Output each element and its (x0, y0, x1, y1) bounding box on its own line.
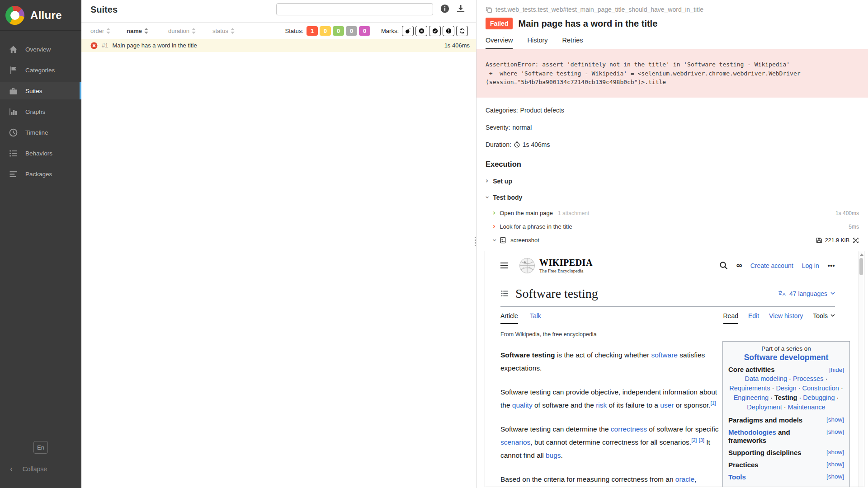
show-link[interactable]: [show] (826, 473, 844, 481)
chevron-down-icon (830, 314, 835, 317)
screenshot-attachment[interactable]: WIKIPEDIA The Free Encyclopedia ∞ Create… (485, 251, 864, 487)
sidebar-item-categories[interactable]: Categories (0, 61, 81, 79)
mark-filter-broken-button[interactable] (443, 26, 454, 36)
sidebar-item-label: Graphs (25, 108, 45, 115)
flag-icon (9, 66, 18, 75)
test-row[interactable]: #1 Main page has a word in the title 1s … (81, 39, 476, 52)
sidebar-item-packages[interactable]: Packages (0, 165, 81, 183)
mark-filter-passed-button[interactable] (429, 26, 441, 36)
tools-menu[interactable]: Tools (813, 312, 835, 319)
categories-value[interactable]: Product defects (520, 107, 564, 114)
wiki-scrollbar[interactable] (858, 251, 864, 487)
mark-filter-retry-button[interactable] (456, 26, 468, 36)
column-name[interactable]: name (127, 28, 168, 34)
tab-read[interactable]: Read (723, 312, 738, 324)
mark-filter-failed-button[interactable] (415, 26, 427, 36)
sidebar-item-overview[interactable]: Overview (0, 41, 81, 58)
resize-handle[interactable] (475, 237, 476, 246)
tab-talk[interactable]: Talk (530, 312, 541, 323)
detail-tabs: Overview History Retries (486, 37, 859, 49)
briefcase-icon (9, 87, 18, 95)
step-name: Look for a phrase in the title (500, 223, 572, 230)
duration-label: Duration: (486, 141, 511, 148)
test-detail-panel: test.web_tests.test_web#test_main_page_t… (476, 0, 868, 488)
status-filter-broken[interactable]: 0 (320, 26, 331, 36)
chevron-right-icon: › (493, 210, 495, 216)
status-filter-passed[interactable]: 0 (333, 26, 344, 36)
duration-value: 1s 406ms (523, 141, 550, 148)
attachment-row-screenshot[interactable]: › screenshot 221.9 KiB (493, 234, 859, 247)
collapse-button[interactable]: ‹ Collapse (10, 465, 47, 474)
sidebar-item-label: Behaviors (25, 150, 52, 157)
column-order[interactable]: order (90, 28, 127, 34)
create-account-link[interactable]: Create account (750, 262, 793, 269)
error-message[interactable]: AssertionError: assert 'definitely not i… (476, 49, 868, 98)
wiki-paragraph: Software testing can determine the corre… (500, 422, 723, 462)
wikipedia-logo[interactable]: WIKIPEDIA The Free Encyclopedia (519, 258, 593, 274)
sidebar-item-timeline[interactable]: Timeline (0, 124, 81, 141)
show-link[interactable]: [show] (826, 461, 844, 469)
series-title-link[interactable]: Software development (728, 353, 844, 362)
scrollbar-thumb[interactable] (859, 258, 863, 275)
step-look-for-phrase[interactable]: › Look for a phrase in the title 5ms (493, 220, 859, 234)
step-duration: 1s 400ms (835, 210, 859, 216)
bar-chart-icon (9, 108, 18, 116)
suites-header: Suites (81, 0, 476, 22)
sidebar-item-suites[interactable]: Suites (0, 82, 81, 99)
tab-article[interactable]: Article (500, 312, 518, 324)
step-name: Open the main page (500, 210, 553, 216)
contents-icon[interactable] (500, 290, 509, 297)
show-link[interactable]: [show] (826, 416, 844, 424)
hide-link[interactable]: [hide] (829, 366, 844, 373)
testbody-toggle[interactable]: › Test body (486, 194, 859, 201)
tab-retries[interactable]: Retries (562, 37, 583, 49)
breadcrumb[interactable]: test.web_tests.test_web#test_main_page_t… (486, 6, 859, 13)
column-duration[interactable]: duration (168, 28, 212, 34)
show-link[interactable]: [show] (826, 428, 844, 445)
donate-icon[interactable]: ∞ (736, 261, 742, 270)
status-filter-skipped[interactable]: 0 (346, 26, 357, 36)
column-status[interactable]: status (212, 28, 247, 34)
testbody-label: Test body (493, 194, 522, 201)
expand-icon[interactable] (853, 237, 859, 244)
show-link[interactable]: [show] (826, 449, 844, 457)
search-icon[interactable] (719, 261, 728, 270)
wikipedia-wordmark-block: WIKIPEDIA The Free Encyclopedia (539, 258, 593, 273)
bomb-icon (405, 28, 411, 34)
mark-filter-bomb-button[interactable] (402, 26, 414, 36)
save-icon (816, 237, 822, 243)
tab-overview[interactable]: Overview (486, 37, 513, 49)
series-row: Methodologies and frameworks[show] (728, 428, 844, 445)
wiki-header-actions: ∞ Create account Log in ••• (719, 261, 835, 270)
sync-icon (459, 28, 465, 34)
series-infobox: Part of a series on Software development… (722, 341, 850, 487)
sidebar-item-graphs[interactable]: Graphs (0, 103, 81, 120)
tab-edit[interactable]: Edit (748, 312, 759, 323)
languages-selector[interactable]: A 47 languages (778, 290, 835, 297)
step-open-main-page[interactable]: › Open the main page 1 attachment 1s 400… (493, 206, 859, 220)
info-button[interactable] (440, 4, 449, 13)
test-row-order: #1 (102, 42, 108, 49)
wikipedia-globe-icon (519, 258, 535, 274)
scroll-up-arrow-icon[interactable] (860, 253, 863, 256)
sort-icon (231, 28, 235, 34)
status-filter-unknown[interactable]: 0 (359, 26, 370, 36)
failed-status-icon (90, 42, 98, 49)
menu-icon[interactable] (500, 263, 508, 268)
sort-icon (192, 28, 196, 34)
more-menu-icon[interactable]: ••• (828, 262, 835, 269)
brand[interactable]: Allure (0, 0, 81, 31)
tab-view-history[interactable]: View history (769, 312, 803, 323)
setup-toggle[interactable]: › Set up (486, 178, 859, 185)
wiki-title-row: Software testing A 47 languages (500, 286, 835, 301)
series-part-of: Part of a series on (728, 345, 844, 352)
search-input[interactable] (276, 3, 433, 15)
sidebar-item-behaviors[interactable]: Behaviors (0, 145, 81, 162)
download-button[interactable] (456, 4, 465, 13)
series-core-links[interactable]: Data modeling · Processes · Requirements… (728, 374, 844, 412)
status-filter-failed[interactable]: 1 (307, 26, 318, 36)
language-button[interactable]: En (33, 441, 48, 454)
log-in-link[interactable]: Log in (802, 262, 819, 269)
tab-history[interactable]: History (527, 37, 547, 49)
home-icon (9, 45, 18, 54)
